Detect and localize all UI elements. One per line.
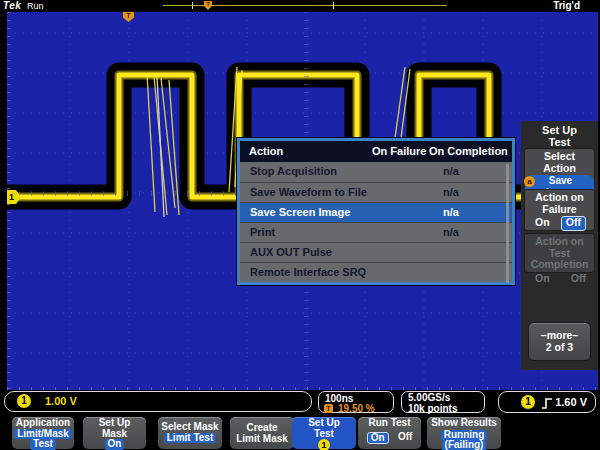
action-on-completion-button-disabled: Action on Test Completion On Off [524, 233, 595, 273]
column-header-on-failure: On Failure [372, 145, 426, 157]
run-test-softkey[interactable]: Run Test On Off [358, 417, 421, 449]
panel-title-line1: Set Up [521, 124, 598, 136]
record-view-window-bracket-right [333, 2, 334, 9]
channel1-scale-value: 1.00 V [45, 395, 77, 407]
column-header-action: Action [249, 145, 283, 157]
setup-test-knob-badge: 1 [318, 439, 330, 450]
select-mask-label: Select Mask [158, 422, 222, 433]
channel1-badge: 1 [17, 394, 31, 408]
page-indicator: 2 of 3 [529, 341, 590, 353]
menu-item-label: Save Waveform to File [250, 186, 367, 198]
create-mask-label1: Create [230, 423, 294, 434]
create-mask-label2: Limit Mask [230, 434, 294, 445]
setup-mask-softkey[interactable]: Set Up Mask On [83, 417, 146, 449]
menu-item-label: Remote Interface SRQ [250, 266, 366, 278]
action-popup-menu: Action On Failure On Completion Stop Acq… [237, 138, 515, 285]
menu-item-label: Print [250, 226, 275, 238]
menu-item-label: AUX OUT Pulse [250, 246, 332, 258]
application-label: Application [12, 418, 74, 429]
bottom-softkey-menu: Application Limit/Mask Test Set Up Mask … [0, 415, 600, 450]
horizontal-position-value: 19.50 % [338, 403, 375, 414]
setup-mask-label1: Set Up [83, 418, 146, 429]
application-value2: Test [30, 439, 56, 450]
select-mask-softkey[interactable]: Select Mask Limit Test [158, 417, 222, 449]
acquisition-status: Run [27, 1, 44, 11]
oscilloscope-screen: Tek Run T Trig'd [0, 0, 600, 450]
setup-test-softkey-active[interactable]: Set Up Test 1 [292, 417, 356, 449]
select-action-button[interactable]: Select Action a Save Image [524, 148, 595, 187]
run-test-on-option[interactable]: On [367, 432, 389, 445]
run-test-off-option[interactable]: Off [398, 432, 412, 445]
column-header-on-completion: On Completion [429, 145, 508, 157]
action-menu-rows: Stop Acquisition n/a Save Waveform to Fi… [240, 162, 512, 282]
menu-item-label: Save Screen Image [250, 206, 350, 218]
side-menu-panel: Set Up Test Select Action a Save Image A… [521, 121, 598, 370]
multipurpose-a-knob-icon: a [524, 176, 535, 187]
completion-on-option: On [535, 273, 550, 285]
trigger-source-badge: 1 [521, 395, 535, 409]
menu-item-label: Stop Acquisition [250, 165, 337, 177]
menu-item-value: n/a [443, 186, 459, 198]
action-on-completion-label1: Action on Test [525, 236, 594, 259]
trigger-position-icon: T [324, 404, 333, 413]
panel-title: Set Up Test [521, 121, 598, 148]
action-on-failure-label2: Failure [525, 204, 594, 216]
select-action-label2: Action [525, 163, 594, 175]
action-on-failure-label1: Action on [525, 192, 594, 204]
horizontal-readout[interactable]: 100ns T 19.50 % [318, 391, 394, 413]
completion-off-option: Off [571, 273, 586, 285]
menu-item-save-waveform[interactable]: Save Waveform to File n/a [240, 182, 512, 202]
menu-item-stop-acquisition[interactable]: Stop Acquisition n/a [240, 162, 512, 182]
more-pages-button[interactable]: –more– 2 of 3 [528, 322, 591, 361]
menu-item-aux-out-pulse[interactable]: AUX OUT Pulse [240, 242, 512, 262]
record-length-value: 10k points [402, 404, 484, 415]
action-on-completion-label2: Completion [525, 259, 594, 271]
application-softkey[interactable]: Application Limit/Mask Test [12, 417, 74, 449]
top-status-bar: Tek Run T Trig'd [0, 0, 600, 12]
setup-mask-value: On [105, 439, 125, 450]
failure-off-option[interactable]: Off [561, 216, 586, 231]
record-view-trigger-icon: T [204, 1, 212, 10]
setup-test-label2: Test [292, 429, 356, 440]
menu-item-save-screen-image[interactable]: Save Screen Image n/a [240, 202, 512, 222]
trigger-status: Trig'd [553, 0, 580, 11]
failure-on-option[interactable]: On [535, 217, 550, 231]
trigger-level-value: 1.60 V [555, 396, 587, 408]
status-readout-bar: 1 1.00 V 100ns T 19.50 % 5.00GS/s 10k po… [0, 390, 600, 415]
record-view-window-bracket-left [192, 2, 193, 9]
menu-item-value: n/a [443, 165, 459, 177]
panel-title-line2: Test [521, 136, 598, 148]
select-action-label1: Select [525, 151, 594, 163]
action-menu-header: Action On Failure On Completion [240, 141, 512, 162]
more-label: –more– [529, 329, 590, 341]
show-results-label: Show Results [427, 418, 501, 429]
run-test-label: Run Test [358, 418, 421, 429]
show-results-softkey[interactable]: Show Results Running (Failing) [427, 417, 501, 449]
sample-rate-value: 5.00GS/s [402, 392, 484, 404]
action-on-failure-button[interactable]: Action on Failure On Off [524, 189, 595, 231]
menu-item-value: n/a [443, 206, 459, 218]
setup-test-label1: Set Up [292, 418, 356, 429]
show-results-value2: (Failing) [442, 440, 487, 450]
acquisition-readout[interactable]: 5.00GS/s 10k points [401, 391, 485, 413]
menu-item-print[interactable]: Print n/a [240, 222, 512, 242]
create-limit-mask-softkey[interactable]: Create Limit Mask [230, 417, 294, 449]
menu-item-value: n/a [443, 226, 459, 238]
menu-scrollbar[interactable] [506, 164, 509, 283]
trigger-readout[interactable]: 1 1.60 V [498, 391, 596, 413]
channel1-scale-readout[interactable]: 1 1.00 V [4, 391, 312, 412]
tek-logo: Tek [3, 0, 21, 11]
select-mask-value: Limit Test [164, 433, 216, 444]
rising-edge-slope-icon [541, 396, 553, 414]
menu-item-remote-interface-srq[interactable]: Remote Interface SRQ [240, 262, 512, 282]
